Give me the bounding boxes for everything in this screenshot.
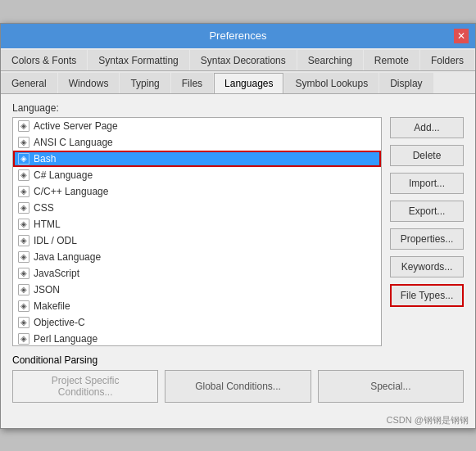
buttons-column: Add... Delete Import... Export... Proper… <box>390 117 464 346</box>
add-button[interactable]: Add... <box>390 117 464 138</box>
list-item[interactable]: ◈ Active Server Page <box>13 118 381 134</box>
list-item[interactable]: ◈ CSS <box>13 200 381 216</box>
project-specific-button[interactable]: Project Specific Conditions... <box>12 370 158 403</box>
file-types-button[interactable]: File Types... <box>390 284 464 307</box>
list-item[interactable]: ◈ ANSI C Language <box>13 134 381 151</box>
lang-icon: ◈ <box>18 317 29 328</box>
tab-windows[interactable]: Windows <box>58 73 120 93</box>
conditional-parsing-section: Conditional Parsing Project Specific Con… <box>12 354 464 403</box>
properties-button[interactable]: Properties... <box>390 228 464 250</box>
list-item[interactable]: ◈ Perl Language <box>13 331 381 345</box>
conditional-parsing-label: Conditional Parsing <box>12 354 464 366</box>
tab-general[interactable]: General <box>1 73 57 93</box>
lang-icon: ◈ <box>18 120 29 132</box>
tab-languages[interactable]: Languages <box>214 73 283 93</box>
tab-typing[interactable]: Typing <box>120 73 170 93</box>
content-area: Language: ◈ Active Server Page ◈ ANSI C … <box>1 94 475 411</box>
delete-button[interactable]: Delete <box>390 145 464 166</box>
lang-icon: ◈ <box>18 137 29 148</box>
language-list-container[interactable]: ◈ Active Server Page ◈ ANSI C Language ◈… <box>12 117 382 346</box>
list-item[interactable]: ◈ JavaScript <box>13 265 381 282</box>
tab-syntax-formatting[interactable]: Syntax Formatting <box>88 50 188 70</box>
tab-display[interactable]: Display <box>379 73 433 93</box>
watermark: CSDN @钢钢是钢钢 <box>1 411 475 428</box>
title-bar: Preferences ✕ <box>1 24 475 48</box>
lang-icon: ◈ <box>18 202 29 214</box>
list-item[interactable]: ◈ JSON <box>13 282 381 298</box>
lang-icon: ◈ <box>18 284 29 295</box>
main-layout: ◈ Active Server Page ◈ ANSI C Language ◈… <box>12 117 464 346</box>
conditional-buttons: Project Specific Conditions... Global Co… <box>12 370 464 403</box>
close-button[interactable]: ✕ <box>454 29 469 43</box>
list-item[interactable]: ◈ C# Language <box>13 167 381 183</box>
list-item[interactable]: ◈ IDL / ODL <box>13 232 381 249</box>
lang-icon: ◈ <box>18 219 29 230</box>
window-title: Preferences <box>22 29 454 42</box>
import-button[interactable]: Import... <box>390 173 464 194</box>
lang-icon: ◈ <box>18 333 29 345</box>
tab-searching[interactable]: Searching <box>297 50 363 70</box>
tab-folders[interactable]: Folders <box>420 50 474 70</box>
preferences-window: Preferences ✕ Colors & Fonts Syntax Form… <box>0 23 476 429</box>
list-item[interactable]: ◈ HTML <box>13 216 381 232</box>
keywords-button[interactable]: Keywords... <box>390 256 464 277</box>
lang-icon: ◈ <box>18 186 29 197</box>
tab-row-1: Colors & Fonts Syntax Formatting Syntax … <box>1 48 475 71</box>
special-button[interactable]: Special... <box>318 370 464 403</box>
tab-colors-fonts[interactable]: Colors & Fonts <box>1 50 87 70</box>
tab-files[interactable]: Files <box>171 73 213 93</box>
lang-icon: ◈ <box>18 235 29 246</box>
tab-row-2: General Windows Typing Files Languages S… <box>1 71 475 94</box>
list-item[interactable]: ◈ Java Language <box>13 249 381 265</box>
lang-icon: ◈ <box>18 268 29 279</box>
global-conditions-button[interactable]: Global Conditions... <box>165 370 311 403</box>
language-list-scroll[interactable]: ◈ Active Server Page ◈ ANSI C Language ◈… <box>13 118 381 345</box>
lang-icon: ◈ <box>18 153 29 165</box>
tab-remote[interactable]: Remote <box>364 50 419 70</box>
lang-icon: ◈ <box>18 251 29 263</box>
list-item[interactable]: ◈ Objective-C <box>13 314 381 331</box>
lang-icon: ◈ <box>18 169 29 181</box>
lang-icon: ◈ <box>18 300 29 312</box>
list-item[interactable]: ◈ C/C++ Language <box>13 183 381 200</box>
list-item[interactable]: ◈ Makefile <box>13 298 381 314</box>
tab-symbol-lookups[interactable]: Symbol Lookups <box>284 73 379 93</box>
tab-syntax-decorations[interactable]: Syntax Decorations <box>190 50 297 70</box>
list-item-bash[interactable]: ◈ Bash <box>13 151 381 167</box>
language-section-label: Language: <box>12 102 464 114</box>
export-button[interactable]: Export... <box>390 201 464 222</box>
